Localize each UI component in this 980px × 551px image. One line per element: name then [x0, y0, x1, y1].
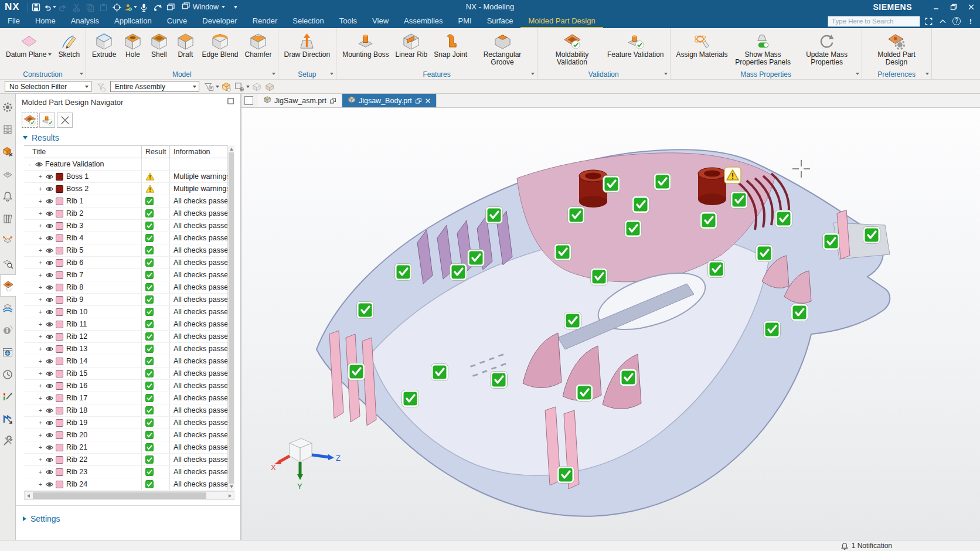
ribbon-button-molded-part-design[interactable]: Molded Part Design	[865, 30, 928, 67]
tree-expander[interactable]: +	[37, 407, 44, 414]
table-row-rib-16[interactable]: +Rib 16All checks passed	[24, 380, 234, 392]
tree-expander[interactable]: +	[37, 297, 44, 303]
eye-icon[interactable]	[45, 407, 54, 414]
selection-filter-combo[interactable]: No Selection Filter	[5, 81, 91, 92]
ribbon-button-assign-materials[interactable]: Assign Materials	[673, 30, 731, 60]
undo-button[interactable]	[43, 1, 56, 13]
tree-expander[interactable]: +	[37, 260, 44, 266]
orientation-triad[interactable]: X Z Y	[271, 438, 341, 491]
table-row-rib-5[interactable]: +Rib 5All checks passed	[24, 244, 234, 257]
table-row-rib-2[interactable]: +Rib 2All checks passed	[24, 208, 234, 220]
ribbon-button-feature-validation[interactable]: Feature Validation	[604, 30, 667, 60]
scroll-down-arrow[interactable]	[230, 485, 233, 488]
snap-point-icon[interactable]	[233, 81, 245, 93]
minimize-ribbon-icon[interactable]	[937, 15, 948, 27]
table-header-row[interactable]: Title Result Information	[24, 145, 234, 158]
ribbon-group-label-features[interactable]: Features	[336, 69, 537, 79]
tree-expander[interactable]: +	[37, 469, 44, 475]
tree-expander[interactable]: +	[37, 420, 44, 426]
eye-icon[interactable]	[45, 382, 54, 390]
close-tool-button[interactable]	[57, 113, 73, 128]
feature-validation-tool-button[interactable]	[39, 113, 55, 128]
ribbon-group-label-model[interactable]: Model	[86, 69, 277, 79]
model-jigsaw-body[interactable]	[317, 149, 890, 516]
selection-scope-combo[interactable]: Entire Assembly	[110, 81, 199, 92]
history-books-icon[interactable]	[0, 208, 15, 230]
eye-icon[interactable]	[45, 222, 54, 230]
ribbon-button-rectangular-groove[interactable]: Rectangular Groove	[471, 30, 534, 67]
column-header-information[interactable]: Information	[169, 146, 234, 158]
menu-tab-file[interactable]: File	[0, 14, 28, 28]
eye-icon[interactable]	[45, 296, 54, 304]
settings-section-header[interactable]: Settings	[16, 511, 240, 526]
tree-expander[interactable]: +	[37, 247, 44, 254]
horizontal-scroll-thumb[interactable]	[33, 492, 206, 499]
results-section-header[interactable]: Results	[16, 130, 240, 145]
pop-out-icon[interactable]	[415, 97, 422, 104]
ribbon-button-hole[interactable]: Hole	[120, 30, 145, 60]
bounding-volume-icon[interactable]	[220, 81, 232, 93]
paste-button[interactable]	[97, 1, 110, 13]
ribbon-group-label-setup[interactable]: Setup	[278, 69, 336, 79]
find-in-model-icon[interactable]	[0, 252, 15, 274]
notification-bell-icon[interactable]	[841, 542, 849, 550]
close-tab-icon[interactable]	[425, 98, 431, 104]
alerts-icon[interactable]: !	[965, 15, 976, 27]
tree-expander[interactable]: +	[37, 272, 44, 278]
ribbon-button-sketch[interactable]: Sketch	[55, 30, 83, 60]
mold-flow-icon[interactable]	[0, 297, 15, 319]
table-row-rib-20[interactable]: +Rib 20All checks passed	[24, 429, 234, 441]
tree-expander[interactable]: +	[37, 321, 44, 328]
eye-icon[interactable]	[45, 431, 54, 439]
molded-part-design-navigator-icon[interactable]	[0, 274, 16, 297]
minimize-button[interactable]	[927, 0, 945, 14]
color-effects-icon[interactable]	[0, 386, 15, 408]
3d-scene[interactable]: X Z Y	[241, 108, 980, 540]
tree-expander[interactable]: +	[37, 235, 44, 242]
pop-out-icon[interactable]	[329, 97, 336, 104]
ribbon-group-label-mass-properties[interactable]: Mass Properties	[671, 69, 862, 79]
visual-reports-icon[interactable]	[0, 408, 15, 430]
face-select-icon[interactable]	[251, 81, 263, 93]
menu-tab-developer[interactable]: Developer	[195, 14, 244, 28]
eye-icon[interactable]	[45, 358, 54, 365]
eye-icon[interactable]	[45, 394, 54, 402]
ribbon-button-update-mass-properties[interactable]: Update Mass Properties	[795, 30, 859, 67]
menu-tab-molded-part-design[interactable]: Molded Part Design	[520, 14, 603, 28]
part-tab-jigsaw-asm-prt[interactable]: JigSaw_asm.prt	[258, 94, 342, 107]
column-header-title[interactable]: Title	[24, 148, 141, 156]
eye-icon[interactable]	[45, 370, 54, 377]
ribbon-button-draw-direction[interactable]: Draw Direction	[281, 30, 334, 60]
save-button[interactable]	[30, 1, 43, 13]
menu-tab-view[interactable]: View	[365, 14, 396, 28]
table-row-rib-13[interactable]: +Rib 13All checks passed	[24, 343, 234, 355]
copy-button[interactable]	[84, 1, 97, 13]
eye-icon[interactable]	[45, 444, 54, 451]
vertical-scrollbar[interactable]	[227, 145, 234, 491]
table-row-rib-24[interactable]: +Rib 24All checks passed	[24, 478, 234, 491]
tree-expander[interactable]: +	[37, 432, 44, 438]
panel-window-icon[interactable]	[227, 97, 234, 107]
menu-tab-render[interactable]: Render	[245, 14, 285, 28]
tree-expander[interactable]: +	[37, 358, 44, 365]
tree-expander[interactable]: +	[37, 210, 44, 217]
tree-expander[interactable]: +	[37, 334, 44, 340]
eye-icon[interactable]	[45, 234, 54, 242]
tree-expander[interactable]: +	[37, 395, 44, 402]
table-row-rib-4[interactable]: +Rib 4All checks passed	[24, 232, 234, 244]
scroll-right-arrow[interactable]	[229, 494, 232, 498]
tree-expander[interactable]: +	[37, 346, 44, 352]
menu-tab-application[interactable]: Application	[107, 14, 159, 28]
ribbon-button-mounting-boss[interactable]: Mounting Boss	[339, 30, 392, 60]
table-row-rib-3[interactable]: +Rib 3All checks passed	[24, 220, 234, 232]
help-icon[interactable]: ?	[951, 15, 962, 27]
eye-icon[interactable]	[45, 284, 54, 291]
eye-icon[interactable]	[45, 345, 54, 353]
customize-tools-icon[interactable]	[0, 430, 15, 453]
ribbon-button-linear-rib[interactable]: Linear Rib	[393, 30, 431, 60]
measure-icon[interactable]	[0, 230, 15, 252]
table-row-rib-15[interactable]: +Rib 15All checks passed	[24, 368, 234, 380]
part-checkin-icon[interactable]	[0, 141, 15, 163]
ribbon-button-extrude[interactable]: Extrude	[89, 30, 119, 60]
ribbon-button-snap-joint[interactable]: Snap Joint	[431, 30, 470, 60]
